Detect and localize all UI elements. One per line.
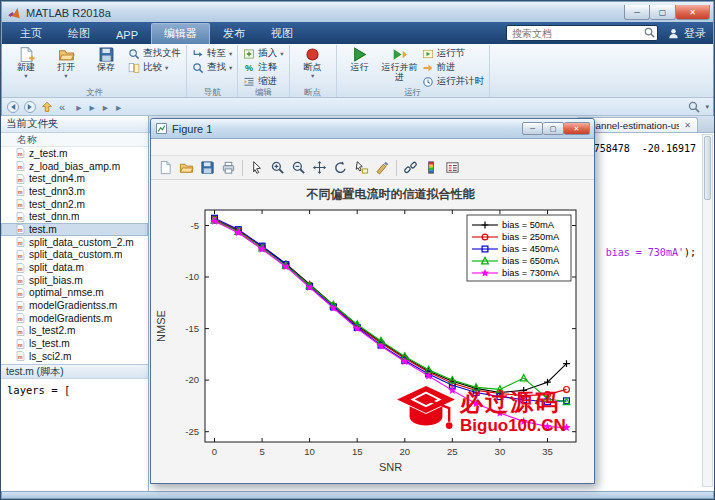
find-files-button[interactable]: 查找文件 <box>126 47 183 60</box>
pan-button[interactable] <box>309 158 330 178</box>
svg-text:15: 15 <box>352 446 363 457</box>
rotate-icon <box>333 160 348 175</box>
run-advance-icon <box>391 46 408 63</box>
toolstrip-tab[interactable]: 编辑器 <box>151 23 210 44</box>
close-button[interactable]: ✕ <box>676 5 710 20</box>
svg-text:25: 25 <box>447 446 458 457</box>
run-button[interactable]: 运行 <box>340 45 380 87</box>
colorbar-icon <box>424 160 439 175</box>
maximize-button[interactable]: ▢ <box>650 5 676 20</box>
doc-search-input[interactable] <box>506 25 658 41</box>
open-button[interactable] <box>176 158 197 178</box>
quick-access-bar: « ▾ <box>1 98 714 116</box>
breadcrumb-item[interactable] <box>110 101 123 113</box>
breadcrumb-search-icon[interactable] <box>687 100 701 114</box>
print-button[interactable] <box>218 158 239 178</box>
button-label: 查找 <box>207 61 226 74</box>
comment-button[interactable]: %注释 <box>241 61 285 74</box>
file-row[interactable]: msplit_data.m <box>1 261 148 274</box>
toolstrip-tab[interactable]: 绘图 <box>55 23 103 44</box>
datatip-button[interactable] <box>351 158 372 178</box>
save-button[interactable]: 保存 <box>86 45 126 87</box>
matlab-window: MATLAB R2018a ─ ▢ ✕ 主页绘图APP编辑器发布视图登录 新建▾… <box>0 0 715 500</box>
watermark-cap-icon <box>395 384 457 440</box>
m-file-icon: m <box>15 211 26 223</box>
toolstrip-tab[interactable]: 视图 <box>258 23 306 44</box>
file-row[interactable]: mtest_dnn.m <box>1 210 148 223</box>
brush-button[interactable] <box>372 158 393 178</box>
file-row[interactable]: mls_sci2.m <box>1 350 148 363</box>
find-button[interactable]: 查找▾ <box>190 61 234 74</box>
svg-text:-15: -15 <box>185 323 199 334</box>
toolstrip-tab[interactable]: 发布 <box>210 23 258 44</box>
run-advance-button[interactable]: 运行并前进 <box>380 45 420 87</box>
breadcrumb-item[interactable] <box>97 101 110 113</box>
figure-title-bar[interactable]: Figure 1 ─ ▢ ✕ <box>151 119 594 139</box>
toolstrip-tab[interactable]: APP <box>103 26 151 44</box>
breakpoint-button[interactable]: 断点▾ <box>293 45 333 87</box>
file-row[interactable]: mtest_dnn2.m <box>1 198 148 211</box>
file-row[interactable]: mls_test2.m <box>1 325 148 338</box>
scrollbar-thumb[interactable] <box>704 136 711 200</box>
close-tab-icon[interactable]: ✕ <box>684 121 691 130</box>
file-row[interactable]: moptimal_nmse.m <box>1 287 148 300</box>
save-button[interactable] <box>197 158 218 178</box>
up-folder-button[interactable] <box>40 100 54 114</box>
svg-text:bias = 650mA: bias = 650mA <box>502 256 560 266</box>
open-button[interactable]: 打开▾ <box>46 45 86 87</box>
forward-button[interactable] <box>23 100 37 114</box>
svg-text:m: m <box>18 316 23 322</box>
advance-button[interactable]: 前进 <box>420 61 487 74</box>
file-row[interactable]: mls_test.m <box>1 337 148 350</box>
insert-button[interactable]: 插入▾ <box>241 47 285 60</box>
rotate-button[interactable] <box>330 158 351 178</box>
search-icon[interactable] <box>643 26 656 39</box>
breadcrumb-item[interactable] <box>83 101 96 113</box>
ribbon: 新建▾打开▾保存查找文件比较▾文件转至▾查找▾导航插入▾%注释缩进编辑断点▾断点… <box>1 44 714 98</box>
goto-button[interactable]: 转至▾ <box>190 47 234 60</box>
file-row[interactable]: mmodelGradientss.m <box>1 299 148 312</box>
new-figure-button[interactable] <box>155 158 176 178</box>
toolbar-separator <box>239 158 246 178</box>
file-row[interactable]: mmodelGradients.m <box>1 312 148 325</box>
zoom-in-button[interactable] <box>267 158 288 178</box>
svg-text:m: m <box>18 342 23 348</box>
figure-close-button[interactable]: ✕ <box>564 122 590 135</box>
legend-button[interactable] <box>442 158 463 178</box>
file-row[interactable]: msplit_data_custom_2.m <box>1 236 148 249</box>
file-row[interactable]: msplit_data_custom.m <box>1 249 148 262</box>
breadcrumb-item[interactable] <box>70 101 83 113</box>
file-row[interactable]: mtest_dnn4.m <box>1 172 148 185</box>
zoom-out-button[interactable] <box>288 158 309 178</box>
file-name: ls_test2.m <box>29 325 75 336</box>
cursor-icon <box>249 160 264 175</box>
svg-text:35: 35 <box>542 446 553 457</box>
caret-icon: ▾ <box>165 65 168 71</box>
file-row[interactable]: mz_load_bias_amp.m <box>1 160 148 173</box>
files-column-header[interactable]: 名称 <box>1 133 148 147</box>
figure-minimize-button[interactable]: ─ <box>522 122 543 135</box>
colorbar-button[interactable] <box>421 158 442 178</box>
button-label: 比较 <box>143 61 162 74</box>
chevron-down-icon[interactable]: ▾ <box>705 103 709 111</box>
breadcrumb-collapse-icon[interactable]: « <box>59 101 65 113</box>
file-row[interactable]: mz_test.m <box>1 147 148 160</box>
back-button[interactable] <box>6 100 20 114</box>
m-file-icon: m <box>15 198 26 210</box>
login-button[interactable]: 登录 <box>667 26 706 41</box>
new-script-button[interactable]: 新建▾ <box>6 45 46 87</box>
run-section-button[interactable]: 运行节 <box>420 47 487 60</box>
minimize-button[interactable]: ─ <box>624 5 650 20</box>
file-row[interactable]: mtest_dnn3.m <box>1 185 148 198</box>
file-row[interactable]: mtest.m <box>1 223 148 236</box>
compare-button[interactable]: 比较▾ <box>126 61 183 74</box>
watermark: 必过源码 Biguo100.CN <box>395 384 566 440</box>
cursor-button[interactable] <box>246 158 267 178</box>
svg-text:m: m <box>18 304 23 310</box>
link-button[interactable] <box>400 158 421 178</box>
figure-maximize-button[interactable]: ▢ <box>543 122 564 135</box>
main-area: 当前文件夹 名称 mz_test.mmz_load_bias_amp.mmtes… <box>1 116 714 491</box>
toolstrip-tab[interactable]: 主页 <box>7 23 55 44</box>
file-row[interactable]: msplit_bias.m <box>1 274 148 287</box>
editor-scrollbar[interactable] <box>702 134 713 487</box>
